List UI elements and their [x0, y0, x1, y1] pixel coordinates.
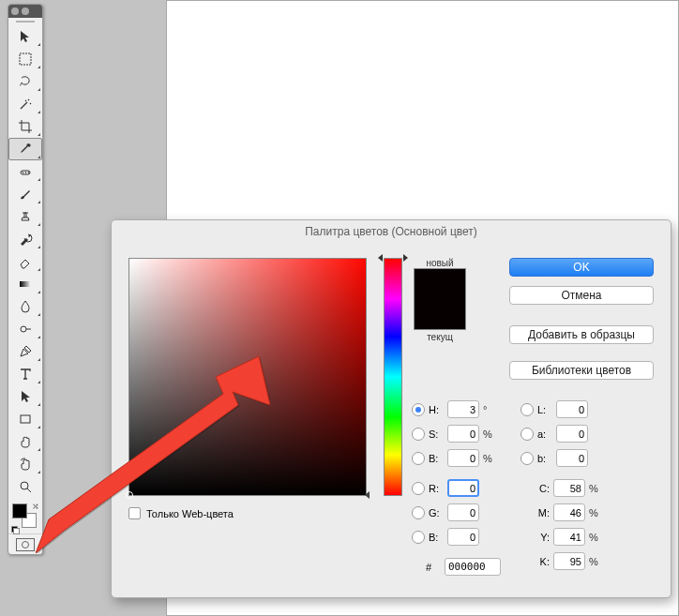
saturation-label: S:	[429, 428, 444, 440]
panel-traffic-lights	[8, 5, 42, 18]
a-channel-input[interactable]	[556, 425, 588, 443]
b-channel-radio[interactable]	[521, 452, 534, 465]
saturation-suffix: %	[483, 428, 494, 440]
brightness-radio[interactable]	[412, 452, 425, 465]
hue-label: H:	[429, 404, 444, 415]
svg-rect-0	[20, 53, 31, 65]
cyan-input[interactable]	[553, 479, 585, 497]
eraser-tool[interactable]	[8, 250, 42, 273]
quick-mask-toggle[interactable]	[16, 538, 35, 551]
ok-button[interactable]: OK	[509, 258, 654, 277]
clone-stamp-tool[interactable]	[8, 205, 42, 228]
b-channel-row: b:	[521, 449, 588, 467]
gradient-tool[interactable]	[8, 273, 42, 295]
magenta-suffix: %	[589, 507, 600, 518]
black-label: K:	[533, 556, 550, 567]
hue-radio[interactable]	[412, 403, 425, 416]
yellow-label: Y:	[533, 532, 550, 543]
hue-input[interactable]	[447, 400, 479, 418]
default-colors-icon[interactable]	[11, 526, 19, 533]
cancel-button[interactable]: Отмена	[509, 286, 654, 305]
crop-tool[interactable]	[8, 115, 42, 138]
hue-suffix: °	[483, 404, 494, 415]
dialog-title: Палитра цветов (Основной цвет)	[112, 220, 671, 243]
brush-tool[interactable]	[8, 183, 42, 205]
a-channel-radio[interactable]	[521, 428, 534, 441]
b-channel-input[interactable]	[556, 449, 588, 467]
magenta-input[interactable]	[553, 503, 585, 521]
panel-grip[interactable]	[8, 18, 42, 25]
saturation-input[interactable]	[447, 425, 479, 443]
brightness-label: B:	[429, 453, 444, 464]
web-colors-only-label: Только Web-цвета	[146, 508, 234, 519]
blue-label: B:	[429, 532, 444, 543]
color-preview: новый текущ	[414, 258, 466, 342]
black-input[interactable]	[553, 552, 585, 570]
color-field-cursor[interactable]	[126, 491, 133, 499]
color-swatches[interactable]: ⤭	[8, 502, 42, 533]
marquee-tool[interactable]	[8, 48, 42, 70]
field-pointer-icon	[365, 491, 370, 499]
hue-slider-handle[interactable]	[378, 254, 408, 263]
hex-label: #	[426, 562, 441, 573]
green-radio[interactable]	[412, 506, 425, 519]
magic-wand-tool[interactable]	[8, 93, 42, 115]
red-radio[interactable]	[412, 482, 425, 495]
yellow-row: Y: %	[533, 528, 600, 546]
a-channel-label: a:	[537, 428, 552, 440]
blue-radio[interactable]	[412, 531, 425, 544]
zoom-tool[interactable]	[8, 475, 42, 498]
cyan-row: C: %	[533, 479, 600, 497]
tools-panel: ⤭	[8, 4, 43, 555]
hex-input[interactable]	[445, 558, 501, 576]
hand-tool[interactable]	[8, 430, 42, 453]
green-input[interactable]	[447, 503, 479, 521]
lasso-tool[interactable]	[8, 70, 42, 93]
add-to-swatches-button[interactable]: Добавить в образцы	[509, 325, 654, 344]
swap-colors-icon[interactable]: ⤭	[32, 502, 39, 511]
saturation-row: S: %	[412, 425, 494, 443]
blue-row: B:	[412, 528, 494, 546]
web-colors-only-row: Только Web-цвета	[128, 507, 234, 519]
red-input[interactable]	[447, 479, 479, 497]
yellow-input[interactable]	[553, 528, 585, 546]
blur-tool[interactable]	[8, 295, 42, 318]
history-brush-tool[interactable]	[8, 228, 42, 250]
yellow-suffix: %	[589, 532, 600, 543]
magenta-row: M: %	[533, 503, 600, 521]
saturation-radio[interactable]	[412, 428, 425, 441]
svg-rect-4	[21, 415, 30, 423]
path-selection-tool[interactable]	[8, 385, 42, 408]
rectangle-tool[interactable]	[8, 408, 42, 430]
b-channel-label: b:	[537, 453, 552, 464]
eyedropper-tool[interactable]	[8, 138, 42, 160]
pen-tool[interactable]	[8, 340, 42, 363]
cyan-suffix: %	[589, 483, 600, 494]
black-row: K: %	[533, 552, 600, 570]
hex-row: #	[426, 558, 501, 576]
lightness-row: L:	[521, 400, 588, 418]
brightness-row: B: %	[412, 449, 494, 467]
blue-input[interactable]	[447, 528, 479, 546]
svg-point-5	[21, 482, 28, 489]
hue-slider[interactable]	[384, 258, 402, 496]
lightness-label: L:	[537, 404, 552, 415]
green-row: G:	[412, 503, 494, 521]
dodge-tool[interactable]	[8, 318, 42, 340]
color-picker-dialog: Палитра цветов (Основной цвет) новый тек…	[111, 219, 671, 598]
rotate-view-tool[interactable]	[8, 453, 42, 475]
brightness-input[interactable]	[447, 449, 479, 467]
color-libraries-button[interactable]: Библиотеки цветов	[509, 361, 654, 380]
a-channel-row: a:	[521, 425, 588, 443]
type-tool[interactable]	[8, 363, 42, 385]
preview-swatch[interactable]	[414, 268, 466, 330]
cyan-label: C:	[533, 483, 550, 494]
color-field[interactable]	[128, 258, 367, 496]
web-colors-only-checkbox[interactable]	[128, 507, 141, 519]
hue-row: H: °	[412, 400, 494, 418]
foreground-color-swatch[interactable]	[12, 503, 27, 518]
lightness-input[interactable]	[556, 400, 588, 418]
spot-healing-tool[interactable]	[8, 160, 42, 183]
lightness-radio[interactable]	[521, 403, 534, 416]
move-tool[interactable]	[8, 25, 42, 48]
